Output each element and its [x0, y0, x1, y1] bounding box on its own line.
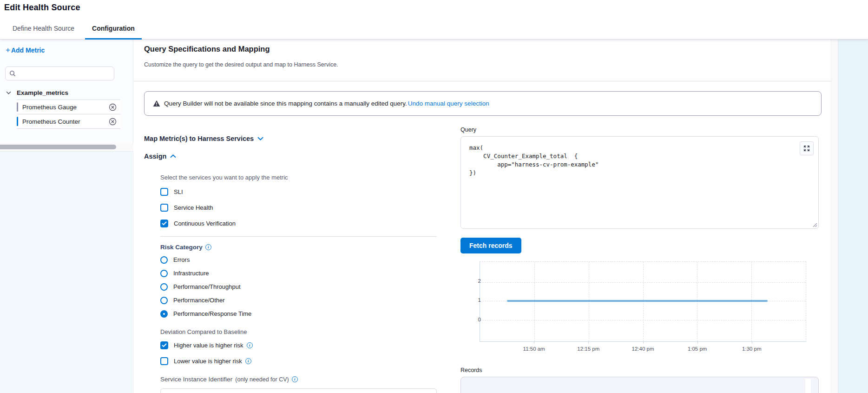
warning-icon	[153, 100, 160, 107]
fetch-records-button[interactable]: Fetch records	[460, 238, 521, 253]
panel-gutter	[831, 40, 838, 393]
resize-grip-icon[interactable]	[812, 222, 817, 227]
metric-item-prometheus-gauge[interactable]: Prometheus Gauge	[17, 100, 120, 114]
scrollbar-thumb[interactable]	[0, 145, 116, 149]
checkbox-unchecked[interactable]	[160, 204, 168, 212]
x-axis-tick	[697, 342, 698, 344]
page-header: Edit Health Source	[0, 0, 868, 18]
metrics-sidebar: + Add Metric Example_metrics	[0, 40, 133, 393]
checkbox-row-continuous-verification[interactable]: Continuous Verification	[160, 219, 437, 228]
records-panel	[460, 377, 819, 393]
checkbox-label: Service Health	[174, 204, 213, 211]
radio-row-errors[interactable]: Errors	[160, 255, 437, 264]
metric-item-label: Prometheus Gauge	[22, 104, 107, 111]
radio-unselected[interactable]	[160, 283, 168, 291]
metric-group-example-metrics[interactable]: Example_metrics	[0, 86, 120, 100]
checkbox-row-service-health[interactable]: Service Health	[160, 203, 437, 212]
map-metrics-label: Map Metric(s) to Harness Services	[144, 135, 254, 142]
assign-section-toggle[interactable]: Assign	[144, 153, 451, 160]
query-column: Query max( CV_Counter_Example_total { ap…	[460, 127, 819, 393]
x-axis-tick-label: 11:50 am	[523, 346, 545, 352]
checkbox-row-higher-value[interactable]: Higher value is higher risk i	[160, 340, 437, 350]
query-editor[interactable]: max( CV_Counter_Example_total { app="har…	[460, 136, 819, 229]
radio-unselected[interactable]	[160, 256, 168, 264]
radio-row-performance-throughput[interactable]: Performance/Throughput	[160, 282, 437, 291]
chart-plot	[480, 261, 806, 342]
expand-icon[interactable]	[800, 141, 814, 155]
assign-label: Assign	[144, 153, 166, 160]
x-axis-tick-label: 12:40 pm	[632, 346, 654, 352]
metric-search-box	[5, 67, 114, 80]
manual-query-warning-banner: Query Builder will not be available sinc…	[144, 91, 822, 116]
checkbox-unchecked[interactable]	[160, 357, 168, 365]
chevron-down-icon	[257, 137, 263, 140]
records-label: Records	[460, 367, 819, 373]
info-icon[interactable]: i	[247, 342, 253, 348]
checkbox-checked[interactable]	[160, 220, 168, 227]
undo-manual-query-link[interactable]: Undo manual query selection	[408, 100, 489, 107]
query-label: Query	[460, 127, 819, 133]
metrics-tree: Example_metrics Prometheus Gauge Prometh…	[0, 86, 120, 129]
metric-group-label: Example_metrics	[17, 89, 68, 96]
tab-configuration[interactable]: Configuration	[85, 18, 142, 39]
y-axis-tick-label: 1	[467, 297, 481, 303]
remove-metric-icon[interactable]	[107, 116, 118, 127]
query-mapping-panel: Query Specifications and Mapping Customi…	[134, 40, 831, 393]
radio-unselected[interactable]	[160, 270, 168, 277]
risk-category-label: Risk Category	[160, 244, 203, 251]
x-axis-tick	[588, 342, 589, 344]
metric-accent-bar	[17, 117, 18, 126]
radio-row-performance-response-time[interactable]: Performance/Response Time	[160, 309, 437, 318]
checkbox-label: Continuous Verification	[174, 220, 236, 227]
chevron-down-icon	[0, 91, 17, 94]
radio-label: Errors	[173, 256, 190, 263]
x-axis-tick-label: 12:15 pm	[577, 346, 599, 352]
checkbox-label: Higher value is higher risk	[174, 342, 243, 349]
checkbox-row-sli[interactable]: SLI	[160, 187, 437, 196]
info-icon[interactable]: i	[245, 358, 251, 364]
radio-label: Infrastructure	[173, 270, 209, 277]
content-area: + Add Metric Example_metrics	[0, 40, 868, 393]
radio-row-performance-other[interactable]: Performance/Other	[160, 296, 437, 305]
assign-body: Select the services you want to apply th…	[160, 174, 437, 393]
x-axis-tick	[752, 342, 752, 344]
sii-select[interactable]: app	[160, 388, 437, 393]
risk-category-label-row: Risk Category i	[160, 244, 437, 251]
search-icon	[9, 70, 16, 77]
checkbox-row-lower-value[interactable]: Lower value is higher risk i	[160, 356, 437, 366]
services-hint: Select the services you want to apply th…	[160, 174, 437, 181]
y-axis-tick-label: 2	[467, 278, 481, 284]
sii-label: Service Instance Identifier	[160, 376, 232, 383]
tabbar: Define Health Source Configuration	[0, 18, 868, 40]
sidebar-horizontal-scrollbar	[0, 143, 133, 152]
checkbox-label: SLI	[174, 188, 183, 195]
remove-metric-icon[interactable]	[107, 102, 118, 112]
metric-item-label: Prometheus Counter	[22, 118, 107, 125]
info-icon[interactable]: i	[205, 244, 211, 250]
series-line	[507, 300, 768, 302]
metric-item-prometheus-counter[interactable]: Prometheus Counter	[17, 114, 120, 129]
sidebar-lower-background	[0, 152, 132, 393]
radio-row-infrastructure[interactable]: Infrastructure	[160, 269, 437, 278]
page-title: Edit Health Source	[4, 3, 80, 13]
checkbox-checked[interactable]	[160, 341, 168, 349]
radio-label: Performance/Response Time	[173, 310, 251, 317]
tab-define-health-source[interactable]: Define Health Source	[6, 18, 81, 39]
add-metric-button[interactable]: + Add Metric	[6, 47, 45, 54]
checkbox-unchecked[interactable]	[160, 188, 168, 196]
radio-selected[interactable]	[160, 310, 168, 318]
warning-text: Query Builder will not be available sinc…	[164, 100, 407, 107]
x-axis-tick	[534, 342, 534, 344]
radio-unselected[interactable]	[160, 297, 168, 304]
y-axis-tick-label: 0	[467, 317, 481, 322]
records-scrollbar-track[interactable]	[805, 379, 811, 393]
map-metrics-section-toggle[interactable]: Map Metric(s) to Harness Services	[144, 135, 451, 142]
x-axis-tick	[643, 342, 644, 344]
info-icon[interactable]: i	[292, 376, 298, 382]
add-metric-label: Add Metric	[11, 47, 45, 54]
divider	[160, 236, 437, 237]
x-axis-tick-label: 1:05 pm	[688, 346, 707, 352]
chevron-up-icon	[170, 154, 176, 158]
query-code[interactable]: max( CV_Counter_Example_total { app="har…	[461, 137, 818, 184]
search-input[interactable]	[19, 70, 110, 77]
